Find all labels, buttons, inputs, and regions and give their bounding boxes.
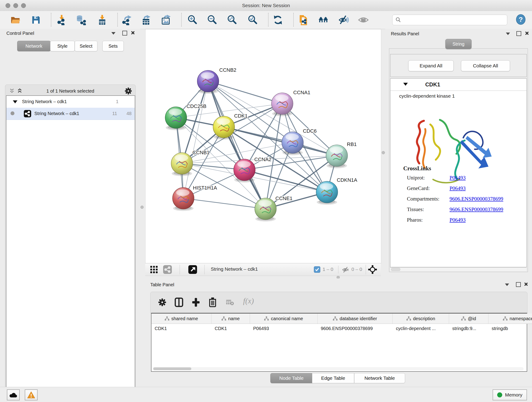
result-entry-header[interactable]: CDK1 — [390, 79, 526, 91]
navigator-icon[interactable] — [188, 265, 197, 274]
tissues-link[interactable]: 9606.ENSP00000378699 — [450, 206, 503, 212]
import-table-from-file-icon[interactable] — [97, 15, 108, 25]
table-cell[interactable]: stringdb:9... — [449, 324, 488, 333]
table-cell[interactable]: P06493 — [250, 324, 317, 333]
function-builder-icon: f(x) — [243, 297, 254, 305]
toolbar-separator — [204, 265, 205, 274]
network-collection-row[interactable]: String Network – cdk1 1 — [6, 96, 135, 108]
fit-content-crosshair-icon[interactable] — [368, 265, 377, 274]
table-hscrollbar-thumb[interactable] — [153, 367, 191, 370]
cloud-status-button[interactable] — [7, 389, 20, 400]
memory-button[interactable]: Memory — [493, 389, 527, 400]
refresh-view-icon[interactable] — [273, 15, 283, 25]
delete-column-icon[interactable] — [208, 297, 217, 307]
network-view-title: String Network – cdk1 — [211, 266, 258, 272]
grid-view-icon[interactable] — [150, 265, 158, 274]
crosslink-row: Uniprot: — [407, 175, 425, 181]
tab-select[interactable]: Select — [75, 41, 97, 51]
show-columns-icon[interactable] — [174, 298, 184, 307]
column-header-database-identifier[interactable]: database identifier — [317, 313, 393, 324]
table-cell[interactable]: CDK1 — [152, 324, 211, 333]
network-options-gear-icon[interactable] — [124, 87, 132, 95]
network-view-badge-icon[interactable] — [163, 265, 172, 274]
tab-network-table[interactable]: Network Table — [354, 373, 405, 383]
zoom-selected-icon[interactable] — [247, 15, 258, 25]
node-count: 11 — [112, 111, 117, 116]
import-network-from-database-icon[interactable] — [76, 15, 86, 25]
panel-menu-icon[interactable] — [111, 32, 115, 35]
crosslink-row: Tissues: — [407, 206, 424, 212]
column-type-icon — [264, 317, 269, 321]
panel-float-icon[interactable] — [122, 31, 127, 36]
tab-network[interactable]: Network — [17, 41, 51, 51]
panel-close-icon[interactable] — [525, 31, 529, 35]
expand-all-button[interactable]: Expand All — [408, 60, 454, 71]
import-network-from-file-icon[interactable] — [56, 15, 67, 25]
genecard-link[interactable]: P06493 — [450, 185, 466, 191]
tab-sets[interactable]: Sets — [102, 41, 124, 51]
table-cell[interactable]: cyclin-dependent ... — [393, 324, 449, 333]
uniprot-link[interactable]: P06493 — [450, 175, 466, 181]
table-hscrollbar[interactable] — [152, 367, 524, 370]
search-input[interactable] — [404, 16, 505, 24]
table-options-gear-icon[interactable] — [158, 298, 167, 307]
right-splitter-handle[interactable] — [382, 151, 385, 154]
export-table-icon[interactable] — [141, 15, 152, 25]
column-header-description[interactable]: description — [393, 313, 449, 324]
search-icon — [395, 17, 401, 23]
table-cell[interactable]: CDK1 — [211, 324, 250, 333]
table-cell[interactable]: stringdb — [488, 324, 532, 333]
compartments-link[interactable]: 9606.ENSP00000378699 — [450, 196, 503, 202]
pharos-link[interactable]: P06493 — [450, 217, 466, 223]
column-header-namespace[interactable]: namespace — [488, 313, 532, 324]
open-session-icon[interactable] — [10, 15, 21, 25]
results-hscrollbar[interactable] — [390, 267, 526, 271]
zoom-in-icon[interactable] — [187, 15, 198, 25]
string-network-graph[interactable]: CCNB2CCNA1CDC25BCDK1CDC6RB1CCNB1CCNA2CDK… — [146, 29, 381, 263]
network-selection-status: 1 of 1 Network selected — [5, 89, 135, 94]
zoom-out-icon[interactable] — [207, 15, 217, 25]
collection-count: 1 — [116, 99, 119, 104]
edge-count: 48 — [127, 111, 132, 116]
save-session-icon[interactable] — [31, 15, 41, 25]
zoom-fit-icon[interactable] — [227, 15, 237, 25]
new-network-from-selection-icon[interactable] — [298, 15, 308, 25]
tree-expand-icon[interactable] — [13, 100, 17, 103]
network-row-selected[interactable]: String Network – cdk1 11 48 — [6, 108, 135, 120]
column-header-name[interactable]: name — [211, 313, 250, 324]
first-neighbors-icon[interactable] — [318, 15, 329, 25]
warnings-button[interactable] — [25, 389, 38, 400]
panel-close-icon[interactable] — [131, 31, 135, 35]
column-header-canonical-name[interactable]: canonical name — [250, 313, 317, 324]
column-type-icon — [222, 317, 226, 321]
string-network-badge-icon — [24, 110, 31, 117]
tab-string[interactable]: String — [445, 39, 472, 49]
results-hscrollbar-thumb[interactable] — [391, 268, 400, 271]
selected-checkbox-icon[interactable] — [314, 266, 320, 273]
export-network-icon[interactable] — [122, 15, 132, 25]
hide-selected-icon[interactable] — [338, 15, 349, 25]
network-canvas[interactable]: CCNB2CCNA1CDC25BCDK1CDC6RB1CCNB1CCNA2CDK… — [145, 29, 381, 264]
collapse-entry-icon[interactable] — [403, 83, 408, 86]
panel-menu-icon[interactable] — [505, 283, 509, 286]
tab-edge-table[interactable]: Edge Table — [312, 373, 354, 383]
show-all-icon[interactable] — [358, 15, 369, 25]
table-panel-title: Table Panel — [150, 282, 174, 287]
svg-text:CCNB2: CCNB2 — [219, 67, 236, 73]
tab-node-table[interactable]: Node Table — [270, 373, 312, 383]
table-data-row[interactable]: CDK1CDK1P064939606.ENSP00000378699cyclin… — [152, 324, 532, 333]
export-image-icon[interactable] — [161, 15, 171, 25]
column-header-shared-name[interactable]: shared name — [152, 313, 211, 324]
panel-menu-icon[interactable] — [506, 32, 510, 35]
collapse-all-button[interactable]: Collapse All — [461, 60, 510, 71]
panel-float-icon[interactable] — [516, 31, 521, 36]
string-results-pane: Expand All Collapse All CDK1 cyclin-depe… — [389, 48, 528, 272]
help-button[interactable]: ? — [515, 14, 526, 25]
tab-style[interactable]: Style — [50, 41, 75, 51]
left-splitter-handle[interactable] — [140, 206, 144, 209]
panel-close-icon[interactable] — [524, 282, 528, 286]
create-column-icon[interactable] — [191, 298, 201, 307]
column-header--id[interactable]: @id — [449, 313, 488, 324]
panel-float-icon[interactable] — [516, 282, 521, 287]
table-cell[interactable]: 9606.ENSP00000378699 — [317, 324, 393, 333]
